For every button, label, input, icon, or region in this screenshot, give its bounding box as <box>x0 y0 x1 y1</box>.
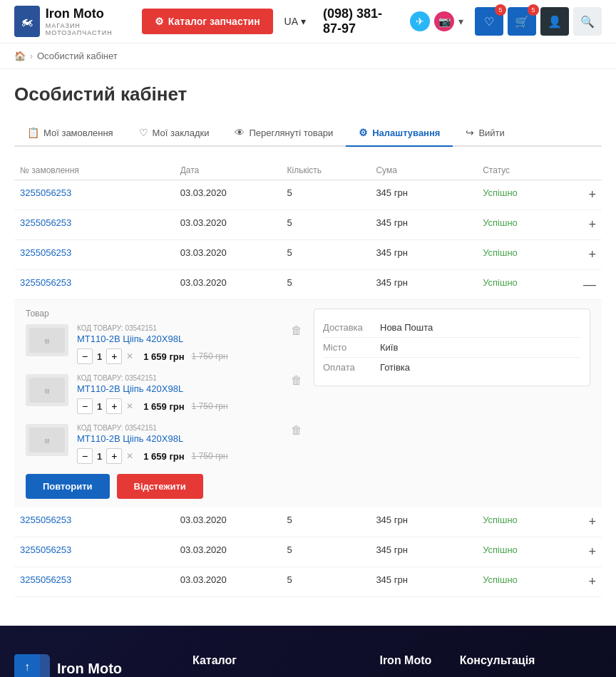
footer-site-name: Iron Moto <box>57 661 161 677</box>
order-number-link[interactable]: 3255056253 <box>20 217 71 228</box>
order-sum: 345 грн <box>370 507 477 537</box>
product-image: ⛓ <box>26 424 68 456</box>
qty-control: − 1 + ✕ 1 659 грн 1 750 грн <box>77 448 228 464</box>
breadcrumb-home[interactable]: 🏠 <box>14 51 26 61</box>
order-status: Успішно <box>477 537 566 567</box>
order-number-link[interactable]: 3255056253 <box>20 515 71 525</box>
product-delete-button[interactable]: 🗑 <box>291 424 302 437</box>
ironmoto-col-title: Iron Moto <box>379 654 438 667</box>
order-number-link[interactable]: 3255056253 <box>20 277 71 288</box>
product-item: ⛓ КОД ТОВАРУ: 03542151 МТ110-2В Цiіпь 42… <box>26 374 302 414</box>
table-row: 3255056253 03.03.2020 5 345 грн Успішно … <box>14 537 602 567</box>
svg-text:⛓: ⛓ <box>44 438 50 445</box>
header-actions: ♡ 5 🛒 5 👤 🔍 <box>475 7 602 36</box>
tab-orders-label: Мої замовлення <box>43 128 113 138</box>
product-image: ⛓ <box>26 324 68 356</box>
qty-decrease-button[interactable]: − <box>77 398 93 414</box>
search-button[interactable]: 🔍 <box>573 7 602 36</box>
catalog-title: Каталог <box>192 654 358 667</box>
product-name[interactable]: МТ110-2В Цiіпь 420X98L <box>77 433 228 444</box>
logo[interactable]: 🏍 Iron Moto МАГАЗИН МОТОЗАПЧАСТИН <box>14 6 130 37</box>
qty-increase-button[interactable]: + <box>106 348 122 364</box>
order-date: 03.03.2020 <box>175 240 282 270</box>
qty-decrease-button[interactable]: − <box>77 448 93 464</box>
expand-button[interactable]: + <box>588 187 596 202</box>
table-row: 3255056253 03.03.2020 5 345 грн Успішно … <box>14 507 602 537</box>
order-date: 03.03.2020 <box>175 567 282 597</box>
order-number-link[interactable]: 3255056253 <box>20 187 71 198</box>
city-value: Київ <box>380 342 398 353</box>
table-row: 3255056253 03.03.2020 5 345 грн Успішно … <box>14 567 602 597</box>
wishlist-button[interactable]: ♡ 5 <box>475 7 503 36</box>
catalog-button[interactable]: ⚙ Каталог запчастин <box>142 9 273 34</box>
footer-grid: 🏍 Iron Moto МАГАЗИН МОТОЗАПЧАСТИН VISA К… <box>14 654 602 677</box>
expand-button[interactable]: + <box>588 574 596 589</box>
tab-viewed[interactable]: 👁 Переглянуті товари <box>222 120 346 147</box>
col-header-status: Статус <box>477 161 566 180</box>
product-delete-button[interactable]: 🗑 <box>291 324 302 337</box>
settings-icon: ⚙ <box>359 127 368 138</box>
telegram-icon[interactable]: ✈ <box>410 11 430 31</box>
footer-catalog: Каталог Олії та мастила Двигун та КПП Па… <box>192 654 358 677</box>
order-sum: 345 грн <box>370 180 477 210</box>
scroll-top-button[interactable]: ↑ <box>14 654 40 677</box>
cart-button[interactable]: 🛒 5 <box>508 7 536 36</box>
product-price: 1 659 грн <box>143 451 184 462</box>
logo-icon: 🏍 <box>14 6 40 37</box>
wishlist-badge: 5 <box>495 4 506 16</box>
tab-settings[interactable]: ⚙ Налаштування <box>346 120 453 147</box>
product-name[interactable]: МТ110-2В Цiіпь 420X98L <box>77 383 228 394</box>
expand-button[interactable]: + <box>588 217 596 232</box>
order-status: Успішно <box>477 507 566 537</box>
track-order-button[interactable]: Відстежити <box>117 474 203 499</box>
order-qty: 5 <box>282 537 371 567</box>
expand-button[interactable]: + <box>588 247 596 262</box>
delivery-row-type: Доставка Нова Пошта <box>323 318 581 338</box>
order-qty: 5 <box>282 567 371 597</box>
order-detail-row: Товар ⛓ КОД ТОВАРУ: 03542151 МТ110-2В Цi… <box>14 300 602 508</box>
cart-badge: 5 <box>528 4 539 16</box>
chevron-down-icon-social[interactable]: ▾ <box>458 16 463 27</box>
page-title: Особистий кабінет <box>14 83 602 105</box>
tab-orders[interactable]: 📋 Мої замовлення <box>14 120 126 147</box>
qty-control: − 1 + ✕ 1 659 грн 1 750 грн <box>77 398 228 414</box>
order-date: 03.03.2020 <box>175 507 282 537</box>
instagram-icon[interactable]: 📷 <box>434 11 454 31</box>
tab-logout[interactable]: ↪ Вийти <box>453 120 517 147</box>
delivery-row-payment: Оплата Готівка <box>323 358 581 377</box>
order-actions: Повторити Відстежити <box>26 474 302 499</box>
order-number-link[interactable]: 3255056253 <box>20 544 71 555</box>
product-delete-button[interactable]: 🗑 <box>291 374 302 387</box>
language-selector[interactable]: UA ▾ <box>284 16 306 27</box>
site-footer: ↑ 🏍 Iron Moto МАГАЗИН МОТОЗАПЧАСТИН VISA <box>0 626 616 677</box>
product-code: КОД ТОВАРУ: 03542151 <box>77 374 228 382</box>
lang-label: UA <box>284 16 298 27</box>
repeat-order-button[interactable]: Повторити <box>26 474 110 499</box>
collapse-button[interactable]: — <box>583 277 596 292</box>
footer-ironmoto-links: Iron Moto Знижки Виробники Доставка та о… <box>379 654 438 677</box>
expand-button[interactable]: + <box>588 544 596 559</box>
qty-decrease-button[interactable]: − <box>77 348 93 364</box>
delivery-key: Доставка <box>323 322 380 333</box>
multiply-icon: ✕ <box>126 401 133 411</box>
consult-title: Консультація <box>460 654 602 667</box>
delivery-section: Доставка Нова Пошта Місто Київ Оплата <box>314 309 590 499</box>
qty-increase-button[interactable]: + <box>106 398 122 414</box>
orders-table: № замовлення Дата Кількість Сума Статус … <box>14 161 602 597</box>
order-date: 03.03.2020 <box>175 210 282 240</box>
qty-increase-button[interactable]: + <box>106 448 122 464</box>
svg-text:⛓: ⛓ <box>44 388 50 395</box>
order-number-link[interactable]: 3255056253 <box>20 574 71 585</box>
account-button[interactable]: 👤 <box>540 7 569 36</box>
order-number-link[interactable]: 3255056253 <box>20 247 71 258</box>
col-header-sum: Сума <box>370 161 477 180</box>
product-name[interactable]: МТ110-2В Цiіпь 420X98L <box>77 334 228 344</box>
breadcrumb: 🏠 › Особистий кабінет <box>0 43 616 69</box>
product-old-price: 1 750 грн <box>192 351 228 361</box>
gear-icon: ⚙ <box>155 16 164 27</box>
expand-button[interactable]: + <box>588 515 596 529</box>
qty-value: 1 <box>97 401 102 412</box>
logo-text-area: Iron Moto МАГАЗИН МОТОЗАПЧАСТИН <box>46 6 130 36</box>
tab-favorites[interactable]: ♡ Мої закладки <box>126 120 222 147</box>
qty-control: − 1 + ✕ 1 659 грн 1 750 грн <box>77 348 228 364</box>
